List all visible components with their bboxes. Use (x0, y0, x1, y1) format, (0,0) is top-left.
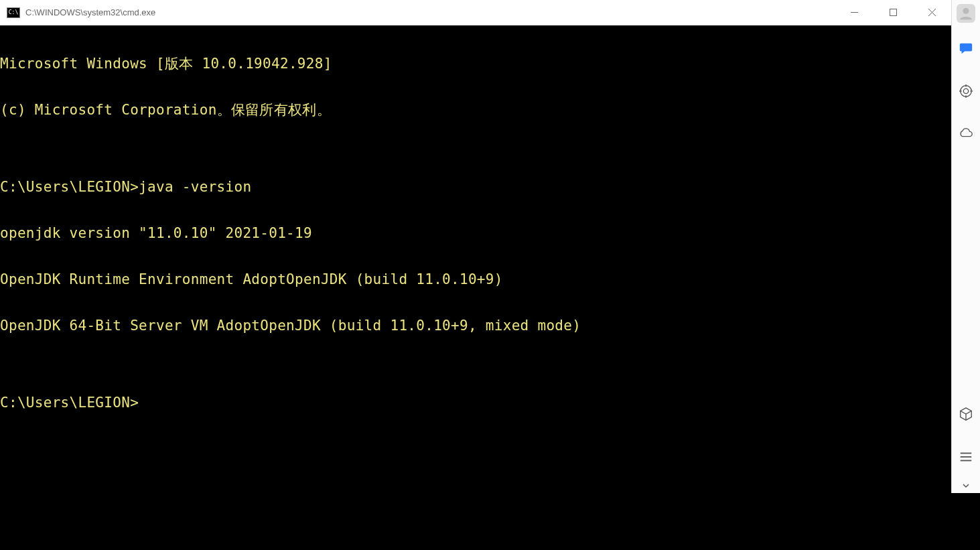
window-title: C:\WINDOWS\system32\cmd.exe (25, 7, 835, 17)
svg-point-6 (963, 88, 968, 93)
side-toolbar (951, 0, 980, 493)
terminal-line: openjdk version "11.0.10" 2021-01-19 (0, 226, 951, 241)
terminal-line: C:\Users\LEGION>java -version (0, 180, 951, 195)
terminal-line: Microsoft Windows [版本 10.0.19042.928] (0, 56, 951, 72)
cloud-icon[interactable] (957, 125, 975, 143)
minimize-button[interactable] (835, 0, 873, 25)
close-button[interactable] (912, 0, 951, 25)
terminal-line: OpenJDK 64-Bit Server VM AdoptOpenJDK (b… (0, 318, 951, 334)
terminal-line: OpenJDK Runtime Environment AdoptOpenJDK… (0, 272, 951, 287)
target-icon[interactable] (957, 82, 975, 100)
cube-icon[interactable] (957, 405, 975, 423)
maximize-button[interactable] (873, 0, 912, 25)
svg-point-5 (961, 86, 972, 97)
titlebar[interactable]: C:\ C:\WINDOWS\system32\cmd.exe (0, 0, 951, 25)
cmd-window: C:\ C:\WINDOWS\system32\cmd.exe Microsof… (0, 0, 951, 550)
window-controls (835, 0, 951, 25)
scroll-down-icon[interactable] (952, 478, 981, 493)
cmd-icon: C:\ (7, 7, 20, 18)
avatar-icon[interactable] (957, 4, 975, 23)
terminal-output[interactable]: Microsoft Windows [版本 10.0.19042.928] (c… (0, 25, 951, 550)
svg-rect-1 (890, 9, 896, 16)
terminal-line: (c) Microsoft Corporation。保留所有权利。 (0, 102, 951, 118)
menu-icon[interactable] (957, 448, 975, 466)
terminal-line: C:\Users\LEGION> (0, 395, 951, 411)
chat-icon[interactable] (957, 39, 975, 58)
svg-point-4 (963, 8, 969, 14)
